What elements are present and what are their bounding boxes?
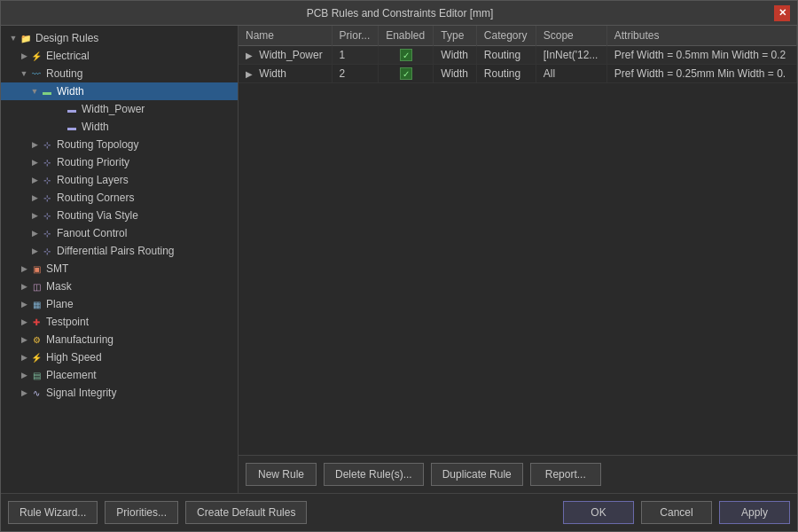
signal-integrity-icon: ∿ [29, 387, 43, 399]
create-default-rules-button[interactable]: Create Default Rules [185, 501, 307, 524]
cell-priority-0: 1 [332, 46, 379, 65]
arrow-smt: ▶ [19, 264, 29, 273]
tree-item-routing-priority[interactable]: ▶ ⊹ Routing Priority [1, 153, 238, 171]
table-row[interactable]: ▶ Width_Power 1 ✓ Width Routing [InNet('… [239, 46, 797, 65]
tree-label-fanout-control: Fanout Control [57, 227, 127, 239]
tree-item-routing-via-style[interactable]: ▶ ⊹ Routing Via Style [1, 207, 238, 224]
rules-table-area: Name Prior... Enabled Type Category Scop… [239, 26, 797, 455]
checkbox-0[interactable]: ✓ [400, 49, 412, 61]
cell-priority-1: 2 [332, 65, 379, 83]
tree-item-manufacturing[interactable]: ▶ ⚙ Manufacturing [1, 331, 238, 348]
tree-item-plane[interactable]: ▶ ▦ Plane [1, 295, 238, 313]
cell-enabled-1[interactable]: ✓ [379, 65, 434, 83]
tree-label-plane: Plane [46, 298, 74, 310]
arrow-width-group: ▼ [29, 87, 40, 96]
tree-item-placement[interactable]: ▶ ▤ Placement [1, 366, 238, 384]
rule-wizard-button[interactable]: Rule Wizard... [8, 501, 98, 524]
rules-table: Name Prior... Enabled Type Category Scop… [239, 26, 797, 83]
arrow-routing-corners: ▶ [29, 193, 40, 202]
tree-item-high-speed[interactable]: ▶ ⚡ High Speed [1, 348, 238, 366]
arrow-testpoint: ▶ [19, 317, 29, 326]
arrow-routing-topology: ▶ [29, 140, 40, 149]
arrow-high-speed: ▶ [19, 353, 29, 362]
tree-item-signal-integrity[interactable]: ▶ ∿ Signal Integrity [1, 384, 238, 402]
cell-type-1: Width [434, 65, 477, 83]
arrow-routing-via-style: ▶ [29, 211, 40, 220]
plane-icon: ▦ [29, 298, 43, 310]
cell-enabled-0[interactable]: ✓ [379, 46, 434, 65]
tree-label-design-rules: Design Rules [35, 32, 98, 44]
tree-label-routing-via-style: Routing Via Style [57, 209, 138, 222]
table-header: Name Prior... Enabled Type Category Scop… [239, 26, 797, 46]
tree-label-testpoint: Testpoint [46, 316, 89, 328]
arrow-fanout-control: ▶ [29, 229, 40, 238]
col-scope: Scope [536, 26, 606, 46]
routing-icon: 〰 [29, 67, 43, 80]
tree-label-routing-topology: Routing Topology [57, 138, 139, 151]
cell-scope-0: [InNet('12... [536, 46, 606, 65]
mask-icon: ◫ [29, 280, 43, 293]
ok-button[interactable]: OK [563, 501, 634, 524]
report-button[interactable]: Report... [530, 463, 601, 486]
tree-item-routing-topology[interactable]: ▶ ⊹ Routing Topology [1, 136, 238, 153]
apply-button[interactable]: Apply [719, 501, 790, 524]
delete-rules-button[interactable]: Delete Rule(s)... [324, 463, 424, 486]
title-bar: PCB Rules and Constraints Editor [mm] ✕ [1, 1, 797, 26]
testpoint-icon: ✚ [29, 316, 43, 328]
tree-item-width[interactable]: ▬ Width [1, 118, 238, 136]
pcb-rules-dialog: PCB Rules and Constraints Editor [mm] ✕ … [0, 0, 798, 532]
tree-label-electrical: Electrical [46, 50, 90, 62]
tree-label-mask: Mask [46, 280, 72, 293]
high-speed-icon: ⚡ [29, 351, 43, 364]
tree-item-width-power[interactable]: ▬ Width_Power [1, 100, 238, 118]
routing-via-style-icon: ⊹ [40, 209, 54, 222]
arrow-signal-integrity: ▶ [19, 388, 29, 397]
arrow-differential-pairs: ▶ [29, 246, 40, 255]
tree-item-smt[interactable]: ▶ ▣ SMT [1, 260, 238, 278]
tree-label-placement: Placement [46, 369, 97, 381]
col-enabled: Enabled [379, 26, 434, 46]
tree-item-design-rules[interactable]: ▼ 📁 Design Rules [1, 29, 238, 47]
tree-label-width-group: Width [57, 85, 84, 98]
checkbox-1[interactable]: ✓ [400, 67, 412, 80]
tree-item-routing-corners[interactable]: ▶ ⊹ Routing Corners [1, 189, 238, 207]
tree-item-electrical[interactable]: ▶ ⚡ Electrical [1, 47, 238, 65]
tree-item-routing-layers[interactable]: ▶ ⊹ Routing Layers [1, 171, 238, 189]
arrow-routing: ▼ [19, 69, 29, 78]
manufacturing-icon: ⚙ [29, 333, 43, 346]
width-icon: ▬ [65, 121, 79, 133]
tree-label-routing-layers: Routing Layers [57, 174, 129, 186]
col-priority: Prior... [332, 26, 379, 46]
tree-panel: ▼ 📁 Design Rules ▶ ⚡ Electrical ▼ 〰 Rout… [1, 26, 239, 493]
bottom-bar: Rule Wizard... Priorities... Create Defa… [1, 493, 797, 531]
arrow-design-rules: ▼ [8, 34, 19, 43]
differential-pairs-icon: ⊹ [40, 245, 54, 257]
new-rule-button[interactable]: New Rule [246, 463, 317, 486]
arrow-plane: ▶ [19, 300, 29, 309]
col-attributes: Attributes [606, 26, 796, 46]
table-row[interactable]: ▶ Width 2 ✓ Width Routing All Pref Width… [239, 65, 797, 83]
tree-item-testpoint[interactable]: ▶ ✚ Testpoint [1, 313, 238, 331]
tree-label-routing-priority: Routing Priority [57, 156, 129, 168]
tree-item-width-group[interactable]: ▼ ▬ Width [1, 82, 238, 100]
tree-item-mask[interactable]: ▶ ◫ Mask [1, 278, 238, 295]
priorities-button[interactable]: Priorities... [105, 501, 178, 524]
tree-label-routing-corners: Routing Corners [57, 192, 134, 204]
tree-item-routing[interactable]: ▼ 〰 Routing [1, 65, 238, 82]
tree-label-signal-integrity: Signal Integrity [46, 387, 116, 399]
cancel-button[interactable]: Cancel [641, 501, 712, 524]
col-type: Type [434, 26, 477, 46]
row-arrow-0: ▶ [246, 51, 253, 60]
tree-item-fanout-control[interactable]: ▶ ⊹ Fanout Control [1, 224, 238, 242]
duplicate-rule-button[interactable]: Duplicate Rule [431, 463, 523, 486]
tree-label-manufacturing: Manufacturing [46, 333, 113, 346]
main-content: ▼ 📁 Design Rules ▶ ⚡ Electrical ▼ 〰 Rout… [1, 26, 797, 493]
tree-label-differential-pairs: Differential Pairs Routing [57, 245, 175, 257]
arrow-placement: ▶ [19, 371, 29, 379]
tree-item-differential-pairs[interactable]: ▶ ⊹ Differential Pairs Routing [1, 242, 238, 260]
close-button[interactable]: ✕ [774, 5, 790, 21]
cell-scope-1: All [536, 65, 606, 83]
right-panel: Name Prior... Enabled Type Category Scop… [239, 26, 797, 493]
tree-label-width-power: Width_Power [82, 103, 145, 115]
rule-actions-bar: New Rule Delete Rule(s)... Duplicate Rul… [239, 455, 797, 493]
